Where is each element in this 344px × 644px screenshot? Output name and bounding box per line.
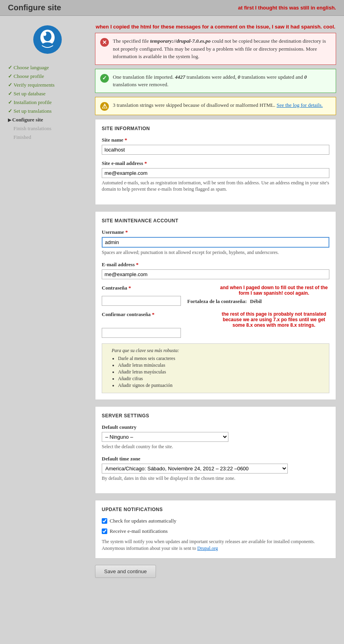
site-email-input[interactable]: [102, 168, 329, 178]
success-icon: ✓: [100, 74, 109, 83]
error-icon: ✕: [100, 38, 109, 47]
site-email-label: Site e-mail address *: [102, 160, 329, 167]
site-email-help: Automated e-mails, such as registration …: [102, 180, 329, 193]
password-annotation: and when I paged down to fill out the re…: [219, 285, 329, 296]
email-notifications-label[interactable]: Receive e-mail notifications: [102, 528, 329, 534]
warning-icon: ⚠: [100, 102, 109, 111]
hint-3: Añadir letras mayúsculas: [118, 369, 325, 375]
confirm-password-input[interactable]: [102, 328, 181, 338]
server-section: SERVER SETTINGS Default country – Ningun…: [95, 406, 336, 494]
top-annotation: when I copied the html for these message…: [95, 24, 336, 30]
country-help: Select the default country for the site.: [102, 443, 329, 450]
header-bar: Configure site at first I thought this w…: [0, 0, 344, 16]
success-text: One translation file imported. 4427 tran…: [113, 73, 331, 89]
password-hints: Para que su clave sea más robusta: Darle…: [102, 343, 329, 393]
warning-message: ⚠ 3 translation strings were skipped bec…: [95, 97, 336, 115]
site-name-group: Site name *: [102, 137, 329, 155]
drupal-org-link[interactable]: Drupal.org: [197, 546, 218, 551]
site-info-section: SITE INFORMATION Site name * Site e-mail…: [95, 119, 336, 205]
sidebar-item-finish-translations: Finish translations: [8, 124, 87, 133]
check-updates-group: Check for updates automatically: [102, 518, 329, 524]
confirm-password-group: Confirmar contraseña * the rest of this …: [102, 311, 329, 338]
logo-area: [8, 24, 87, 55]
page-wrapper: Configure site at first I thought this w…: [0, 0, 344, 644]
updates-title: UPDATE NOTIFICATIONS: [102, 507, 329, 512]
warning-text: 3 translation strings were skipped becau…: [113, 101, 323, 109]
sidebar-item-finished: Finished: [8, 133, 87, 142]
button-area: Save and continue: [95, 565, 336, 578]
server-title: SERVER SETTINGS: [102, 413, 329, 419]
site-email-group: Site e-mail address * Automated e-mails,…: [102, 160, 329, 193]
note-annotation: the rest of this page is probably not tr…: [219, 311, 329, 328]
country-select[interactable]: – Ninguno –: [102, 432, 228, 442]
save-continue-button[interactable]: Save and continue: [95, 565, 156, 578]
success-message: ✓ One translation file imported. 4427 tr…: [95, 69, 336, 93]
hints-intro: Para que su clave sea más robusta:: [112, 348, 325, 354]
svg-point-3: [43, 32, 46, 36]
content-area: Choose language Choose profile Verify re…: [0, 16, 344, 594]
warning-log-link[interactable]: See the log for details.: [277, 102, 323, 108]
maintenance-section: SITE MAINTENANCE ACCOUNT Username * Spac…: [95, 211, 336, 400]
error-message: ✕ The specified file temporary://drupal-…: [95, 33, 336, 65]
sidebar-item-set-up-database[interactable]: Set up database: [8, 89, 87, 98]
country-label: Default country: [102, 424, 329, 430]
password-strength: Fortaleza de la contraseña: Débil: [187, 298, 262, 305]
updates-section: UPDATE NOTIFICATIONS Check for updates a…: [95, 500, 336, 559]
sidebar-item-choose-profile[interactable]: Choose profile: [8, 72, 87, 81]
sidebar-nav: Choose language Choose profile Verify re…: [8, 63, 87, 142]
check-updates-label[interactable]: Check for updates automatically: [102, 518, 329, 524]
hint-5: Añadir signos de puntuación: [118, 382, 325, 389]
hints-list: Darle al menos seis caracteres Añadir le…: [112, 355, 325, 389]
country-select-wrapper: – Ninguno –: [102, 432, 228, 442]
sidebar-item-choose-language[interactable]: Choose language: [8, 63, 87, 72]
updates-help: The system will notify you when updates …: [102, 538, 329, 552]
timezone-select[interactable]: America/Chicago: Sábado, Noviembre 24, 2…: [102, 464, 288, 474]
username-label: Username *: [102, 229, 329, 235]
sidebar: Choose language Choose profile Verify re…: [8, 24, 87, 586]
header-annotation: at first I thought this was still in eng…: [238, 5, 336, 11]
check-updates-checkbox[interactable]: [102, 518, 107, 524]
username-help: Spaces are allowed; punctuation is not a…: [102, 249, 329, 256]
email-notifications-checkbox[interactable]: [102, 528, 107, 534]
username-input[interactable]: [102, 237, 329, 248]
main-content: when I copied the html for these message…: [95, 24, 336, 586]
timezone-help: By default, dates in this site will be d…: [102, 475, 329, 482]
username-group: Username * Spaces are allowed; punctuati…: [102, 229, 329, 256]
admin-email-label: E-mail address *: [102, 261, 329, 268]
timezone-label: Default time zone: [102, 456, 329, 462]
site-name-input[interactable]: [102, 145, 329, 155]
maintenance-title: SITE MAINTENANCE ACCOUNT: [102, 218, 329, 224]
hint-4: Añadir cifras: [118, 375, 325, 382]
site-info-title: SITE INFORMATION: [102, 126, 329, 131]
sidebar-item-configure-site: Configure site: [8, 116, 87, 124]
email-notifications-group: Receive e-mail notifications: [102, 528, 329, 534]
password-group: Contraseña * and when I paged down to fi…: [102, 285, 329, 306]
drupal-logo-icon: [32, 24, 63, 55]
confirm-password-label: Confirmar contraseña *: [102, 311, 154, 318]
password-label: Contraseña *: [102, 285, 131, 291]
admin-email-group: E-mail address *: [102, 261, 329, 279]
page-title: Configure site: [8, 3, 61, 12]
admin-email-input[interactable]: [102, 269, 329, 279]
password-input[interactable]: [102, 296, 181, 306]
timezone-select-wrapper: America/Chicago: Sábado, Noviembre 24, 2…: [102, 464, 288, 474]
sidebar-item-installation-profile[interactable]: Installation profile: [8, 98, 87, 107]
sidebar-item-set-up-translations[interactable]: Set up translations: [8, 107, 87, 116]
timezone-group: Default time zone America/Chicago: Sábad…: [102, 456, 329, 482]
error-text: The specified file temporary://drupal-7.…: [113, 37, 331, 61]
site-name-label: Site name *: [102, 137, 329, 143]
hint-1: Darle al menos seis caracteres: [118, 355, 325, 362]
sidebar-item-verify-requirements[interactable]: Verify requirements: [8, 81, 87, 89]
password-row: Fortaleza de la contraseña: Débil: [102, 296, 329, 306]
country-group: Default country – Ninguno – Select the d…: [102, 424, 329, 450]
hint-2: Añadir letras minúsculas: [118, 362, 325, 369]
